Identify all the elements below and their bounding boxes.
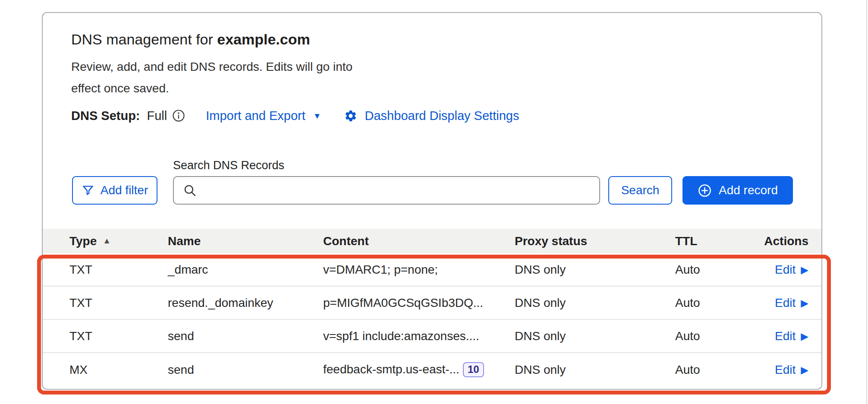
- info-icon[interactable]: [172, 109, 185, 122]
- sort-ascending-icon: ▲: [103, 236, 111, 246]
- add-filter-button[interactable]: Add filter: [72, 176, 157, 205]
- search-input[interactable]: [203, 183, 591, 197]
- column-header-ttl[interactable]: TTL: [675, 234, 744, 248]
- record-content-text: v=spf1 include:amazonses....: [323, 329, 479, 343]
- column-header-proxy-status[interactable]: Proxy status: [515, 234, 675, 248]
- add-record-button[interactable]: Add record: [682, 176, 793, 205]
- column-header-actions: Actions: [744, 234, 808, 248]
- cell-proxy-status: DNS only: [515, 329, 675, 343]
- edit-record-link[interactable]: Edit ▶: [744, 329, 808, 343]
- cell-name: _dmarc: [168, 263, 323, 277]
- table-body: TXT _dmarc v=DMARC1; p=none; DNS only Au…: [43, 253, 821, 386]
- record-content-text: feedback-smtp.us-east-...: [323, 363, 459, 376]
- search-dns-records-box: [173, 176, 600, 205]
- cell-type: MX: [69, 363, 168, 377]
- caret-right-icon: ▶: [801, 331, 808, 342]
- column-header-content[interactable]: Content: [323, 234, 515, 248]
- page-title: DNS management for example.com: [71, 31, 310, 48]
- page-title-domain: example.com: [217, 31, 310, 47]
- record-content-text: p=MIGfMA0GCSqGSIb3DQ...: [323, 296, 483, 310]
- record-content-text: v=DMARC1; p=none;: [323, 263, 438, 277]
- screen-edge-divider: [866, 0, 867, 404]
- dns-management-page: DNS management for example.com Review, a…: [0, 0, 868, 404]
- cell-content: feedback-smtp.us-east-... 10: [323, 362, 515, 377]
- cell-content: v=spf1 include:amazonses....: [323, 329, 515, 343]
- cell-proxy-status: DNS only: [515, 263, 675, 277]
- table-row: TXT resend._domainkey p=MIGfMA0GCSqGSIb3…: [43, 287, 821, 320]
- table-row: MX send feedback-smtp.us-east-... 10 DNS…: [43, 353, 821, 386]
- cell-type: TXT: [69, 263, 168, 277]
- caret-right-icon: ▶: [801, 264, 808, 276]
- cell-ttl: Auto: [675, 329, 744, 343]
- chevron-down-icon: ▼: [313, 111, 321, 121]
- cell-content: p=MIGfMA0GCSqGSIb3DQ...: [323, 296, 515, 310]
- plus-circle-icon: [698, 183, 712, 198]
- page-title-prefix: DNS management for: [71, 31, 217, 47]
- column-header-name[interactable]: Name: [168, 234, 323, 248]
- edit-label: Edit: [775, 329, 796, 343]
- caret-right-icon: ▶: [801, 297, 808, 309]
- dashboard-display-settings-link[interactable]: Dashboard Display Settings: [344, 109, 519, 123]
- dns-setup-row: DNS Setup: Full Import and Export ▼: [71, 107, 519, 125]
- dns-management-card: DNS management for example.com Review, a…: [42, 12, 822, 390]
- add-filter-label: Add filter: [101, 183, 148, 197]
- edit-label: Edit: [775, 296, 796, 310]
- edit-label: Edit: [775, 263, 796, 277]
- gear-icon: [344, 109, 357, 123]
- caret-right-icon: ▶: [801, 364, 808, 376]
- cell-type: TXT: [69, 329, 168, 343]
- dns-setup-value: Full: [147, 109, 167, 123]
- cell-ttl: Auto: [675, 263, 744, 277]
- column-header-type[interactable]: Type ▲: [69, 234, 168, 248]
- edit-label: Edit: [775, 363, 796, 377]
- cell-proxy-status: DNS only: [515, 296, 675, 310]
- dns-setup-label: DNS Setup:: [71, 109, 140, 123]
- search-button[interactable]: Search: [608, 176, 672, 205]
- filter-funnel-icon: [82, 184, 94, 197]
- page-subtitle: Review, add, and edit DNS records. Edits…: [71, 56, 358, 99]
- import-export-link[interactable]: Import and Export ▼: [206, 109, 321, 123]
- cell-ttl: Auto: [675, 363, 744, 377]
- add-record-label: Add record: [719, 183, 778, 197]
- cell-content: v=DMARC1; p=none;: [323, 263, 515, 277]
- edit-record-link[interactable]: Edit ▶: [744, 296, 808, 310]
- cell-type: TXT: [69, 296, 168, 310]
- dashboard-display-settings-label: Dashboard Display Settings: [365, 109, 519, 123]
- import-export-label: Import and Export: [206, 109, 305, 123]
- dns-records-table: Type ▲ Name Content Proxy status TTL Act…: [43, 229, 821, 386]
- search-dns-records-label: Search DNS Records: [173, 159, 284, 172]
- cell-name: resend._domainkey: [168, 296, 323, 310]
- cell-proxy-status: DNS only: [515, 363, 675, 377]
- column-header-type-label: Type: [69, 234, 97, 248]
- table-row: TXT _dmarc v=DMARC1; p=none; DNS only Au…: [43, 253, 821, 287]
- cell-name: send: [168, 363, 323, 377]
- mx-priority-badge: 10: [463, 362, 484, 377]
- cell-name: send: [168, 329, 323, 343]
- edit-record-link[interactable]: Edit ▶: [744, 363, 808, 377]
- table-row: TXT send v=spf1 include:amazonses.... DN…: [43, 320, 821, 353]
- table-header-row: Type ▲ Name Content Proxy status TTL Act…: [43, 229, 821, 253]
- edit-record-link[interactable]: Edit ▶: [744, 263, 808, 277]
- cell-ttl: Auto: [675, 296, 744, 310]
- search-icon: [182, 183, 197, 198]
- search-button-label: Search: [621, 183, 660, 197]
